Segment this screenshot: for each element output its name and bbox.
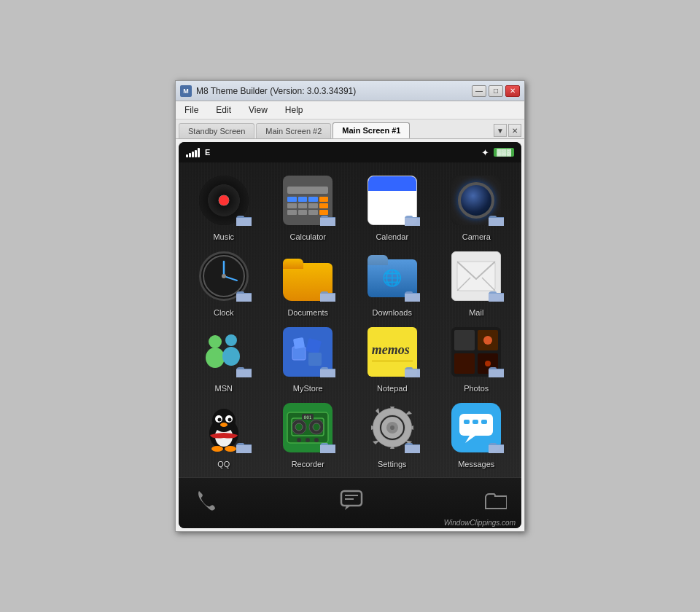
app-icon-docs-wrapper [279, 247, 337, 305]
app-item-notepad[interactable]: memos Notepad [353, 323, 432, 393]
svg-point-3 [222, 274, 226, 278]
app-icon-mail-wrapper [447, 247, 505, 305]
app-item-camera[interactable]: Camera [438, 171, 516, 241]
tab-close-button[interactable]: ✕ [508, 124, 521, 137]
svg-text:001: 001 [304, 415, 312, 420]
app-item-calendar[interactable]: Calendar [353, 171, 432, 241]
app-item-mail[interactable]: Mail [438, 247, 516, 317]
signal-bar-3 [192, 152, 194, 157]
svg-point-35 [295, 423, 303, 431]
svg-rect-52 [481, 420, 487, 424]
app-name-documents: Documents [287, 308, 328, 317]
folder-badge-calc [319, 213, 335, 227]
chat-icon [339, 488, 364, 513]
minimize-button[interactable]: — [472, 85, 486, 97]
menu-file[interactable]: File [182, 103, 201, 117]
folder-badge-mail [488, 289, 504, 302]
svg-point-37 [313, 423, 320, 431]
app-icon-cal-wrapper [363, 171, 421, 230]
svg-rect-50 [464, 420, 470, 424]
app-item-downloads[interactable]: 🌐 Downloads [353, 247, 432, 317]
folder-badge-calendar [404, 213, 420, 227]
tab-controls: ▼ ✕ [494, 124, 521, 138]
bluetooth-icon: ✦ [481, 147, 489, 158]
app-icon-clock-wrapper [195, 247, 253, 305]
svg-rect-19 [454, 353, 475, 374]
svg-point-48 [390, 425, 394, 430]
app-name-qq: QQ [217, 460, 230, 468]
phone-icon [193, 488, 218, 513]
app-item-messages[interactable]: Messages [438, 399, 516, 468]
app-item-music[interactable]: Music [184, 171, 263, 241]
app-icon-music-wrapper [195, 171, 253, 230]
svg-point-30 [220, 423, 228, 427]
folder-badge-qq [236, 441, 252, 454]
app-name-settings: Settings [378, 460, 407, 468]
tab-main2[interactable]: Main Screen #2 [256, 123, 331, 138]
folder-badge-recorder [319, 441, 335, 454]
svg-rect-11 [292, 347, 306, 360]
app-icon-calc-wrapper [279, 171, 337, 230]
app-name-downloads: Downloads [373, 308, 412, 317]
svg-point-7 [209, 335, 222, 348]
svg-point-41 [314, 438, 319, 442]
app-name-calendar: Calendar [376, 232, 408, 241]
app-item-qq[interactable]: QQ [184, 399, 263, 468]
phone-button[interactable] [193, 488, 218, 518]
window-controls: — □ ✕ [472, 85, 520, 97]
maximize-button[interactable]: □ [489, 85, 503, 97]
app-icon: M [180, 85, 192, 97]
signal-bars [186, 147, 200, 157]
folder-badge-docs [319, 289, 335, 302]
chat-button[interactable] [339, 488, 364, 518]
app-icon-dl-wrapper: 🌐 [363, 247, 421, 305]
main-window: M M8 Theme Builder (Version: 3.0.3.34391… [175, 80, 525, 532]
svg-rect-49 [459, 414, 493, 436]
app-name-messages: Messages [458, 460, 494, 468]
svg-rect-17 [454, 330, 475, 350]
svg-point-21 [483, 336, 492, 345]
signal-bar-4 [195, 150, 197, 157]
app-name-calculator: Calculator [289, 232, 326, 241]
close-button[interactable]: ✕ [505, 85, 520, 97]
app-name-camera: Camera [462, 232, 491, 241]
tab-main1[interactable]: Main Screen #1 [332, 122, 410, 138]
app-item-settings[interactable]: Settings [353, 399, 432, 468]
app-icon-settings-wrapper [363, 399, 421, 457]
menu-view[interactable]: View [246, 103, 271, 117]
svg-point-28 [217, 418, 221, 422]
phone-screen: E ✦ ▓▓▓ Music [179, 142, 521, 528]
window-title: M8 Theme Builder (Version: 3.0.3.34391) [196, 86, 356, 96]
app-name-photos: Photos [464, 384, 489, 393]
folder-badge-camera [488, 213, 504, 227]
app-icon-msn-wrapper [195, 323, 253, 381]
svg-point-31 [211, 446, 223, 452]
folder-badge-notepad [404, 365, 420, 378]
app-grid: Music [179, 162, 521, 477]
app-item-clock[interactable]: Clock [184, 247, 263, 317]
app-item-documents[interactable]: Documents [269, 247, 348, 317]
folder-badge-dl [404, 289, 420, 302]
envelope-svg [456, 260, 497, 292]
folder-badge-mystore [319, 365, 335, 378]
app-name-clock: Clock [214, 308, 234, 317]
menu-edit[interactable]: Edit [213, 103, 234, 117]
app-item-recorder[interactable]: 001 Recorder [269, 399, 348, 468]
svg-point-39 [297, 438, 301, 442]
menu-help[interactable]: Help [282, 103, 306, 117]
app-name-notepad: Notepad [377, 384, 408, 393]
svg-marker-53 [465, 436, 475, 443]
tab-standby[interactable]: Standby Screen [179, 123, 254, 138]
svg-point-10 [222, 347, 240, 366]
tab-dropdown-button[interactable]: ▼ [494, 124, 507, 137]
folder-badge-messages [488, 441, 504, 454]
folder-button[interactable] [485, 491, 507, 515]
signal-bar-5 [198, 148, 200, 157]
app-item-mystore[interactable]: MyStore [269, 323, 348, 393]
app-item-msn[interactable]: MSN [184, 323, 263, 393]
app-item-calculator[interactable]: Calculator [269, 171, 348, 241]
svg-rect-51 [472, 420, 478, 424]
folder-badge-clock [236, 289, 252, 302]
app-item-photos[interactable]: Photos [438, 323, 516, 393]
svg-point-32 [225, 446, 236, 452]
